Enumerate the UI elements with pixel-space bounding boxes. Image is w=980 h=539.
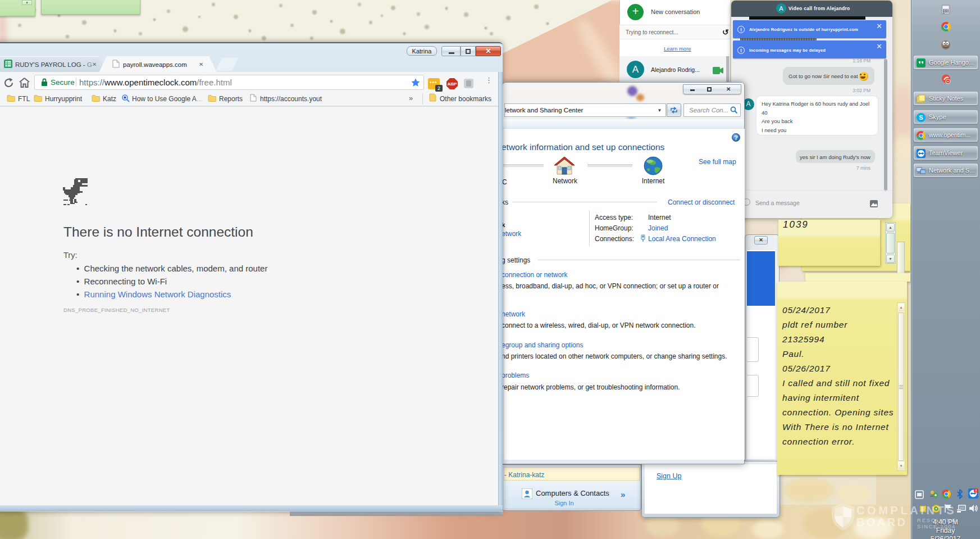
svg-text:S: S	[919, 114, 923, 121]
